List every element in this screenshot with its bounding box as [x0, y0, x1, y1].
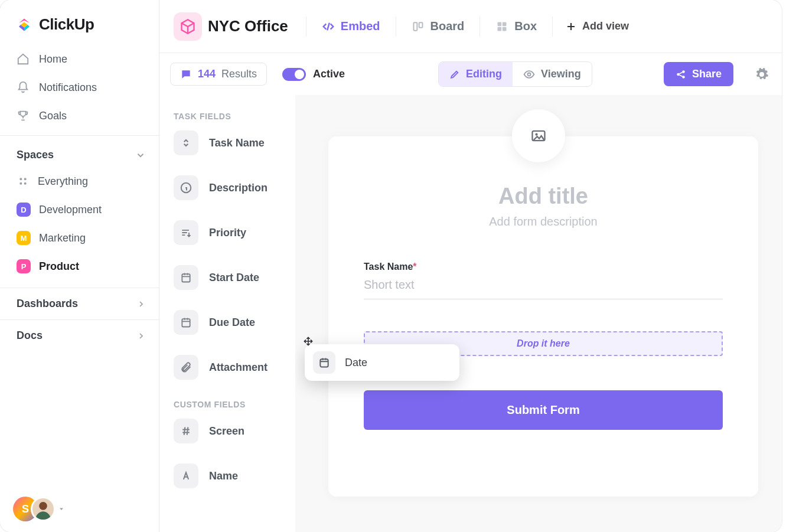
space-label: Product [39, 260, 79, 273]
nav-dashboards-label: Dashboards [17, 298, 78, 310]
spaces-header[interactable]: Spaces [0, 143, 159, 166]
logo-icon [15, 16, 33, 34]
space-label: Development [39, 204, 102, 216]
bell-icon [17, 81, 30, 94]
add-view-label: Add view [582, 20, 629, 32]
svg-rect-8 [503, 22, 507, 26]
image-icon [530, 128, 547, 144]
svg-rect-16 [182, 274, 190, 282]
settings-icon[interactable] [755, 67, 769, 81]
space-product[interactable]: P Product [13, 253, 152, 279]
field-priority[interactable]: Priority [174, 220, 291, 245]
caret-down-icon[interactable] [58, 505, 65, 513]
nav-docs[interactable]: Docs [0, 319, 159, 351]
active-toggle-group: Active [282, 68, 345, 81]
app-root: { "brand": { "name": "ClickUp" }, "nav":… [0, 0, 782, 532]
results-count: 144 [198, 68, 216, 80]
active-toggle[interactable] [282, 68, 306, 81]
toolbar: 144 Results Active Editing Viewing S [159, 53, 782, 95]
form-field-block: Task Name* [364, 262, 723, 299]
calendar-icon [174, 265, 198, 290]
separator [552, 17, 553, 37]
view-box[interactable]: Box [493, 17, 539, 35]
field-screen[interactable]: Screen [174, 419, 291, 443]
paperclip-icon [174, 355, 198, 380]
nav-home[interactable]: Home [13, 45, 152, 73]
svg-rect-20 [320, 359, 328, 367]
svg-point-2 [19, 182, 22, 185]
dragging-field-chip[interactable]: Date [305, 344, 459, 381]
form-card: Add title Add form description Task Name… [328, 136, 758, 497]
view-label: Board [430, 19, 465, 33]
mode-viewing-label: Viewing [541, 68, 581, 80]
main: NYC Office Embed Board Box Add view [159, 0, 782, 532]
add-view-button[interactable]: Add view [566, 20, 629, 32]
space-label: Marketing [39, 232, 86, 244]
field-name[interactable]: Name [174, 464, 291, 488]
field-label: Priority [209, 227, 246, 239]
mode-segment: Editing Viewing [438, 61, 592, 87]
move-icon [304, 337, 313, 346]
mode-viewing[interactable]: Viewing [513, 62, 592, 86]
box-icon [495, 20, 508, 33]
svg-point-11 [528, 73, 531, 76]
calendar-icon [313, 351, 335, 374]
chevron-down-icon [135, 150, 146, 161]
svg-rect-5 [413, 22, 417, 30]
active-label: Active [313, 68, 345, 80]
svg-rect-7 [498, 22, 502, 26]
space-marketing[interactable]: M Marketing [13, 225, 152, 251]
space-development[interactable]: D Development [13, 197, 152, 223]
svg-point-0 [19, 178, 22, 180]
board-icon [412, 20, 425, 33]
space-badge: M [17, 231, 31, 245]
results-word: Results [221, 68, 257, 80]
svg-rect-17 [182, 319, 190, 327]
nav-docs-label: Docs [17, 329, 43, 342]
form-title-placeholder[interactable]: Add title [364, 184, 723, 209]
field-due-date[interactable]: Due Date [174, 310, 291, 335]
separator [479, 17, 480, 37]
view-embed[interactable]: Embed [319, 17, 383, 35]
field-description[interactable]: Description [174, 175, 291, 200]
page-title: NYC Office [208, 17, 288, 35]
nav-goals[interactable]: Goals [13, 102, 152, 129]
field-label: Due Date [209, 316, 255, 329]
nav-dashboards[interactable]: Dashboards [0, 288, 159, 319]
grid-icon [17, 175, 30, 188]
sidebar: ClickUp Home Notifications Goals Spaces [0, 0, 159, 532]
svg-point-3 [24, 182, 27, 185]
priority-icon [174, 220, 198, 245]
mode-editing[interactable]: Editing [439, 62, 513, 86]
spaces-section: Spaces Everything D Development M Market… [0, 135, 159, 288]
space-everything[interactable]: Everything [13, 168, 152, 194]
svg-point-14 [682, 76, 685, 79]
nav-notifications-label: Notifications [39, 81, 97, 94]
separator [396, 17, 396, 37]
view-label: Box [514, 19, 537, 33]
chevron-right-icon [136, 299, 146, 309]
logo[interactable]: ClickUp [0, 0, 159, 44]
svg-point-1 [24, 178, 27, 180]
avatar-stack[interactable]: S [13, 497, 52, 521]
submit-button[interactable]: Submit Form [364, 390, 723, 430]
svg-point-4 [39, 502, 47, 510]
hash-icon [174, 419, 198, 443]
nav-notifications[interactable]: Notifications [13, 74, 152, 101]
field-attachment[interactable]: Attachment [174, 355, 291, 380]
form-image-picker[interactable] [512, 109, 565, 162]
form-desc-placeholder[interactable]: Add form description [364, 215, 723, 229]
form-canvas: Add title Add form description Task Name… [295, 95, 782, 532]
results-chip[interactable]: 144 Results [170, 63, 267, 86]
field-start-date[interactable]: Start Date [174, 265, 291, 290]
sort-icon [174, 130, 198, 155]
nav-main: Home Notifications Goals [0, 44, 159, 135]
form-field-label: Task Name* [364, 262, 723, 272]
view-board[interactable]: Board [409, 17, 467, 35]
share-button[interactable]: Share [664, 62, 733, 86]
share-icon [676, 69, 686, 80]
logo-text: ClickUp [39, 15, 94, 34]
field-label: Description [209, 182, 267, 194]
field-task-name[interactable]: Task Name [174, 130, 291, 155]
task-name-input[interactable] [364, 272, 723, 299]
